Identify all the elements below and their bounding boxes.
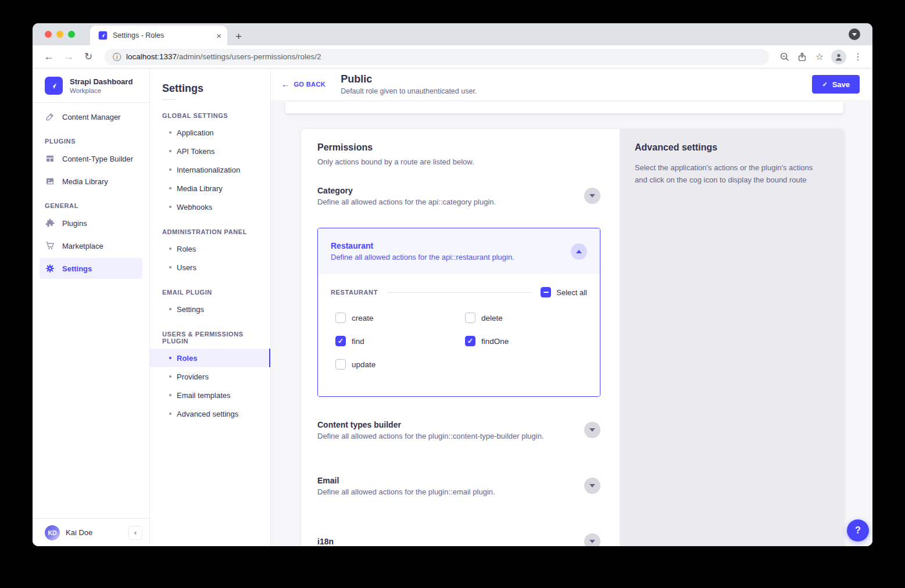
subnav-item-internationalization[interactable]: Internationalization xyxy=(150,160,270,179)
browser-window: Settings - Roles × + ← → ↻ ⓘ localhost:1… xyxy=(33,23,872,546)
permission-delete[interactable]: ✓ delete xyxy=(465,313,587,323)
sidebar-item-label: Marketplace xyxy=(62,242,103,250)
zoom-page-icon[interactable] xyxy=(776,52,793,62)
help-button[interactable]: ? xyxy=(847,519,869,542)
sidebar-item-content-type-builder[interactable]: Content-Type Builder xyxy=(40,148,142,169)
permission-create[interactable]: ✓ create xyxy=(335,313,465,323)
minimize-window-button[interactable] xyxy=(56,31,63,38)
subnav-item-admin-roles[interactable]: Roles xyxy=(150,239,270,258)
sidebar-item-plugins[interactable]: Plugins xyxy=(40,213,142,234)
sidebar-item-media-library[interactable]: Media Library xyxy=(40,171,142,192)
role-details-card-bottom xyxy=(285,102,843,113)
checkbox[interactable]: ✓ xyxy=(465,313,475,323)
bookmark-star-icon[interactable]: ☆ xyxy=(811,51,828,62)
accordion-title: i18n xyxy=(317,537,584,546)
browser-tab[interactable]: Settings - Roles × xyxy=(90,26,227,45)
select-all-control[interactable]: Select all xyxy=(541,287,587,297)
checkbox[interactable]: ✓ xyxy=(335,359,346,370)
permission-update[interactable]: ✓ update xyxy=(335,359,465,370)
permission-findone[interactable]: ✓ findOne xyxy=(465,336,587,346)
save-button[interactable]: ✓ Save xyxy=(812,75,860,94)
checkbox[interactable]: ✓ xyxy=(335,313,346,323)
checkbox-label: update xyxy=(352,360,375,369)
checkbox-label: find xyxy=(352,337,364,346)
accordion-description: Define all allowed actions for the plugi… xyxy=(317,487,584,496)
checkbox-label: delete xyxy=(481,314,503,322)
scroll-area[interactable]: Permissions Only actions bound by a rout… xyxy=(271,100,872,546)
subnav-item-label: API Tokens xyxy=(177,147,215,156)
profile-avatar[interactable] xyxy=(831,49,846,64)
chevron-up-icon xyxy=(576,250,582,253)
collapse-button[interactable] xyxy=(571,243,587,260)
chevron-down-icon xyxy=(589,484,595,487)
workspace-switcher[interactable]: Strapi Dashboard Workplace xyxy=(33,69,149,102)
subnav-item-label: Roles xyxy=(177,354,197,363)
checkbox[interactable]: ✓ xyxy=(465,336,475,346)
accordion-i18n[interactable]: i18n xyxy=(317,526,600,546)
cart-icon xyxy=(45,241,55,251)
subnav-item-up-roles[interactable]: Roles xyxy=(150,349,270,367)
browser-menu-icon[interactable]: ⋮ xyxy=(849,51,867,62)
advanced-settings-panel: Advanced settings Select the application… xyxy=(620,129,844,546)
accordion-restaurant-header[interactable]: Restaurant Define all allowed actions fo… xyxy=(318,228,600,274)
sidebar-item-label: Content-Type Builder xyxy=(62,155,133,163)
strapi-favicon-icon xyxy=(98,31,108,40)
subnav-item-providers[interactable]: Providers xyxy=(150,367,270,386)
browser-toolbar: ← → ↻ ⓘ localhost:1337/admin/settings/us… xyxy=(33,45,872,69)
tab-search-button[interactable] xyxy=(849,28,860,40)
sidebar-item-settings[interactable]: Settings xyxy=(40,258,142,279)
bullet-icon xyxy=(169,206,171,208)
new-tab-button[interactable]: + xyxy=(235,31,242,42)
checkbox[interactable]: ✓ xyxy=(335,336,346,346)
subnav-item-email-templates[interactable]: Email templates xyxy=(150,386,270,404)
check-icon: ✓ xyxy=(338,338,344,345)
expand-button[interactable] xyxy=(584,422,600,438)
fullscreen-window-button[interactable] xyxy=(68,31,75,38)
window-controls xyxy=(45,31,75,38)
permission-find[interactable]: ✓ find xyxy=(335,336,465,346)
close-window-button[interactable] xyxy=(45,31,52,38)
reload-button[interactable]: ↻ xyxy=(80,51,96,63)
subnav-item-label: Webhooks xyxy=(177,203,212,211)
accordion-restaurant: Restaurant Define all allowed actions fo… xyxy=(317,228,600,397)
forward-button[interactable]: → xyxy=(60,51,77,63)
accordion-email[interactable]: Email Define all allowed actions for the… xyxy=(317,470,600,501)
subnav-item-admin-users[interactable]: Users xyxy=(150,258,270,277)
subnav-item-api-tokens[interactable]: API Tokens xyxy=(150,142,270,160)
bullet-icon xyxy=(169,413,171,415)
subnav-item-media-library[interactable]: Media Library xyxy=(150,179,270,198)
gear-icon xyxy=(45,264,55,274)
share-icon[interactable] xyxy=(793,52,811,62)
user-avatar[interactable]: KD xyxy=(45,525,60,540)
bullet-icon xyxy=(169,375,171,378)
sidebar-section-plugins: PLUGINS xyxy=(45,138,137,145)
chevron-down-icon xyxy=(589,540,595,543)
accordion-title: Email xyxy=(317,476,584,485)
go-back-link[interactable]: ← GO BACK xyxy=(281,80,325,89)
sidebar-item-content-manager[interactable]: Content Manager xyxy=(40,106,142,127)
accordion-description: Define all allowed actions for the api::… xyxy=(331,253,571,261)
subnav-item-application[interactable]: Application xyxy=(150,123,270,142)
subnav-item-email-settings[interactable]: Settings xyxy=(150,300,270,318)
tab-close-icon[interactable]: × xyxy=(216,31,221,40)
subnav-item-webhooks[interactable]: Webhooks xyxy=(150,198,270,216)
accordion-title: Content types builder xyxy=(317,420,584,429)
collapse-sidebar-button[interactable]: ‹ xyxy=(128,526,142,540)
accordion-title: Restaurant xyxy=(331,241,571,250)
bullet-icon xyxy=(169,131,171,134)
sidebar-item-marketplace[interactable]: Marketplace xyxy=(40,235,142,256)
expand-button[interactable] xyxy=(584,533,600,546)
expand-button[interactable] xyxy=(584,478,600,494)
expand-button[interactable] xyxy=(584,188,600,204)
site-info-icon[interactable]: ⓘ xyxy=(113,53,121,61)
subnav-item-advanced-settings[interactable]: Advanced settings xyxy=(150,404,270,423)
address-bar[interactable]: ⓘ localhost:1337/admin/settings/users-pe… xyxy=(105,49,769,65)
accordion-content-types-builder[interactable]: Content types builder Define all allowed… xyxy=(317,414,600,446)
select-all-checkbox[interactable] xyxy=(541,287,551,297)
url-host: localhost:1337 xyxy=(126,52,177,61)
strapi-app: Strapi Dashboard Workplace Content Manag… xyxy=(33,69,872,546)
accordion-category[interactable]: Category Define all allowed actions for … xyxy=(317,180,600,211)
sidebar-section-general: GENERAL xyxy=(45,202,137,209)
subnav-item-label: Advanced settings xyxy=(177,410,238,418)
back-button[interactable]: ← xyxy=(41,51,57,63)
